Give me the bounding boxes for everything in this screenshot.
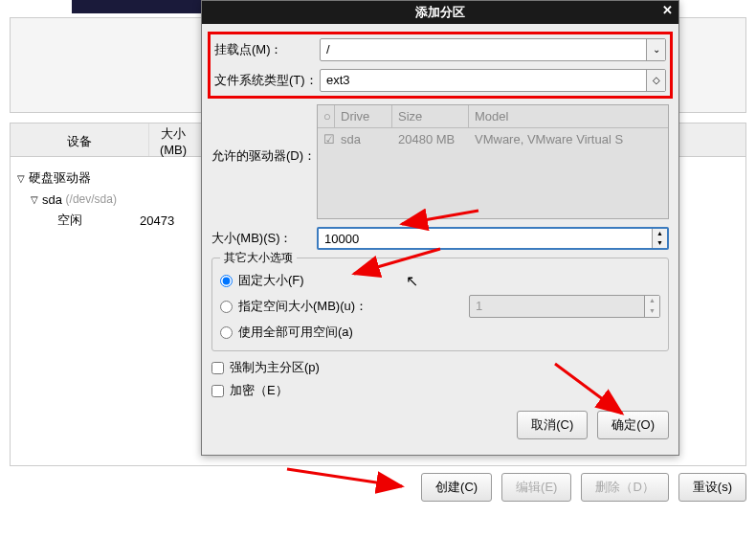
mount-point-combo[interactable]: / ⌄ <box>320 38 666 61</box>
cancel-button[interactable]: 取消(C) <box>517 411 588 439</box>
fill-up-to-value: 1 <box>470 296 644 317</box>
close-icon[interactable]: ✕ <box>662 3 673 17</box>
ok-button[interactable]: 确定(O) <box>597 411 669 439</box>
fill-up-to-spin: 1 ▲▼ <box>469 295 660 318</box>
drive-model: VMware, VMware Virtual S <box>469 128 668 150</box>
dialog-titlebar[interactable]: 添加分区 ✕ <box>202 1 678 24</box>
drive-row: ☑ sda 20480 MB VMware, VMware Virtual S <box>318 128 668 150</box>
encrypt-check[interactable] <box>211 385 224 397</box>
col-size: 大小 (MB) <box>149 123 197 156</box>
dialog-title-text: 添加分区 <box>415 5 465 19</box>
col-device: 设备 <box>11 123 149 156</box>
chevron-down-icon[interactable]: ⌄ <box>646 39 665 60</box>
cursor-icon: ↖ <box>406 272 418 290</box>
highlight-box: 挂载点(M)： / ⌄ 文件系统类型(T)： ext3 ◇ <box>208 32 673 99</box>
allowed-drives-list: ○ Drive Size Model ☑ sda 20480 MB VMware… <box>317 104 669 219</box>
col-check: ○ <box>318 105 335 127</box>
spin-up-icon: ▲ <box>645 296 659 306</box>
allowed-drives-label: 允许的驱动器(D)： <box>211 147 316 165</box>
force-primary-check[interactable] <box>211 362 224 374</box>
mount-point-label: 挂载点(M)： <box>214 41 320 58</box>
tree-free-label[interactable]: 空闲 <box>57 212 82 229</box>
drive-name: sda <box>335 128 392 150</box>
size-options-legend: 其它大小选项 <box>220 250 297 266</box>
add-partition-dialog: 添加分区 ✕ 挂载点(M)： / ⌄ 文件系统类型(T)： ext3 ◇ <box>201 0 679 456</box>
fixed-size-radio[interactable] <box>220 275 233 287</box>
drive-size: 20480 MB <box>392 128 469 150</box>
spin-down-icon: ▼ <box>645 306 659 317</box>
fixed-size-label: 固定大小(F) <box>238 272 304 289</box>
drive-check: ☑ <box>318 128 335 150</box>
spin-up-icon[interactable]: ▲ <box>653 229 667 238</box>
size-value[interactable]: 10000 <box>319 229 652 248</box>
col-size: Size <box>392 105 469 127</box>
fill-max-radio[interactable] <box>220 326 233 339</box>
col-model: Model <box>469 105 668 127</box>
size-options-group: 其它大小选项 固定大小(F) 指定空间大小(MB)(u)： 1 ▲▼ 使用全部可… <box>211 258 669 351</box>
expand-icon[interactable]: ▽ <box>31 194 38 205</box>
fill-up-to-label: 指定空间大小(MB)(u)： <box>238 298 367 315</box>
fill-max-label: 使用全部可用空间(a) <box>238 324 353 341</box>
encrypt-label: 加密（E） <box>230 382 288 399</box>
tree-sda-label[interactable]: sda <box>42 192 62 207</box>
fs-type-label: 文件系统类型(T)： <box>214 72 320 89</box>
edit-button: 编辑(E) <box>501 473 571 502</box>
create-button[interactable]: 创建(C) <box>421 473 492 502</box>
size-label: 大小(MB)(S)： <box>211 230 317 247</box>
mount-point-value[interactable]: / <box>321 39 646 60</box>
expand-icon[interactable]: ▽ <box>17 173 25 184</box>
tree-hdd-label: 硬盘驱动器 <box>29 169 91 187</box>
delete-button: 删除（D） <box>581 473 668 502</box>
fs-type-value[interactable]: ext3 <box>321 70 646 91</box>
size-spin[interactable]: 10000 ▲▼ <box>317 227 669 250</box>
fill-up-to-radio[interactable] <box>220 301 233 313</box>
updown-icon[interactable]: ◇ <box>646 70 665 91</box>
device-tree: ▽硬盘驱动器 ▽sda (/dev/sda) 空闲20473 <box>17 168 174 231</box>
reset-button[interactable]: 重设(s) <box>678 473 746 502</box>
fs-type-combo[interactable]: ext3 ◇ <box>320 69 666 92</box>
spin-down-icon[interactable]: ▼ <box>653 238 667 248</box>
tree-free-size: 20473 <box>140 213 174 228</box>
col-drive: Drive <box>335 105 392 127</box>
tree-sda-path: (/dev/sda) <box>66 192 117 206</box>
force-primary-label: 强制为主分区(p) <box>230 359 320 376</box>
